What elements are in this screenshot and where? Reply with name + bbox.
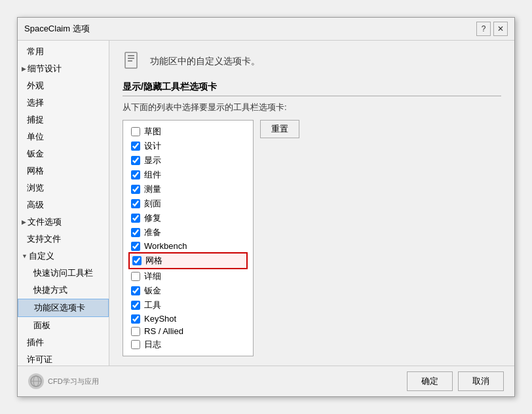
checkbox-rs-allied[interactable] bbox=[131, 327, 140, 336]
page-description: 功能区中的自定义选项卡。 bbox=[150, 56, 260, 67]
section-desc: 从下面的列表中选择要显示的工具栏选项卡: bbox=[123, 102, 501, 113]
checkbox-display[interactable] bbox=[131, 156, 140, 165]
checkbox-item-workbench[interactable]: Workbench bbox=[128, 240, 248, 252]
checkbox-item-design[interactable]: 设计 bbox=[128, 139, 248, 153]
sidebar-item-ribbon-tabs[interactable]: 功能区选项卡 bbox=[18, 299, 109, 317]
checkbox-label-log: 日志 bbox=[144, 339, 161, 350]
dialog-footer: CFD学习与应用 确定 取消 bbox=[18, 366, 514, 396]
sidebar-item-mesh[interactable]: 网格 bbox=[18, 162, 109, 179]
checkbox-list: 草图设计显示组件测量刻面修复准备Workbench网格详细钣金工具KeyShot… bbox=[123, 120, 254, 356]
checkbox-sketch[interactable] bbox=[131, 127, 140, 136]
dialog-window: SpaceClaim 选项 ? ✕ 常用 ▶ 细节设计 外观 选择 捕捉 bbox=[17, 17, 515, 397]
help-button[interactable]: ? bbox=[476, 22, 491, 36]
chevron-icon: ▶ bbox=[22, 66, 26, 72]
sidebar-item-license[interactable]: 许可证 bbox=[18, 351, 109, 366]
checkbox-workbench[interactable] bbox=[131, 242, 140, 251]
checkbox-item-display[interactable]: 显示 bbox=[128, 153, 248, 168]
title-bar: SpaceClaim 选项 ? ✕ bbox=[18, 18, 514, 41]
svg-rect-1 bbox=[128, 55, 134, 56]
checkbox-keyshot[interactable] bbox=[131, 314, 140, 324]
checkbox-item-repair[interactable]: 修复 bbox=[128, 211, 248, 225]
checkbox-item-sketch[interactable]: 草图 bbox=[128, 124, 248, 139]
chevron-icon: ▶ bbox=[22, 219, 26, 225]
sidebar-item-capture[interactable]: 捕捉 bbox=[18, 111, 109, 128]
checkbox-item-log[interactable]: 日志 bbox=[128, 337, 248, 352]
svg-rect-2 bbox=[128, 58, 134, 59]
checkbox-item-mesh2[interactable]: 网格 bbox=[128, 252, 248, 269]
sidebar-item-fine-design[interactable]: ▶ 细节设计 bbox=[18, 60, 109, 77]
close-button[interactable]: ✕ bbox=[493, 22, 508, 36]
checkbox-label-prepare: 准备 bbox=[144, 227, 161, 238]
sidebar-item-sheetmetal[interactable]: 钣金 bbox=[18, 145, 109, 162]
logo-text: CFD学习与应用 bbox=[48, 377, 99, 386]
logo-icon bbox=[28, 373, 44, 389]
checkbox-design[interactable] bbox=[131, 141, 140, 151]
checkbox-item-measure[interactable]: 测量 bbox=[128, 182, 248, 197]
checkbox-item-section[interactable]: 刻面 bbox=[128, 197, 248, 211]
sidebar-item-appearance[interactable]: 外观 bbox=[18, 77, 109, 94]
sidebar-item-plugins[interactable]: 插件 bbox=[18, 334, 109, 351]
checkbox-item-prepare[interactable]: 准备 bbox=[128, 225, 248, 240]
svg-rect-3 bbox=[128, 60, 132, 62]
checkbox-label-measure: 测量 bbox=[144, 183, 161, 195]
sidebar-item-units[interactable]: 单位 bbox=[18, 128, 109, 145]
checkbox-item-rs-allied[interactable]: RS / Allied bbox=[128, 325, 248, 337]
sidebar-item-panels[interactable]: 面板 bbox=[18, 317, 109, 334]
section-title: 显示/隐藏工具栏选项卡 bbox=[123, 81, 501, 96]
dialog-body: 常用 ▶ 细节设计 外观 选择 捕捉 单位 钣金 网格 bbox=[18, 41, 514, 366]
dialog-title: SpaceClaim 选项 bbox=[24, 23, 90, 35]
checkbox-assembly[interactable] bbox=[131, 170, 140, 179]
title-bar-buttons: ? ✕ bbox=[476, 22, 508, 36]
checkbox-label-design: 设计 bbox=[144, 140, 161, 152]
sidebar-item-support-file[interactable]: 支持文件 bbox=[18, 231, 109, 248]
checkbox-item-sheetmetal2[interactable]: 钣金 bbox=[128, 284, 248, 298]
checkbox-section[interactable] bbox=[131, 199, 140, 208]
reset-button[interactable]: 重置 bbox=[260, 120, 299, 138]
sidebar-item-customize[interactable]: ▼ 自定义 bbox=[18, 248, 109, 265]
checkbox-item-assembly[interactable]: 组件 bbox=[128, 168, 248, 182]
checkbox-label-sketch: 草图 bbox=[144, 126, 161, 138]
sidebar-item-select[interactable]: 选择 bbox=[18, 94, 109, 111]
sidebar-item-general[interactable]: 常用 bbox=[18, 43, 109, 60]
checkbox-mesh2[interactable] bbox=[132, 256, 142, 265]
checkbox-sheetmetal2[interactable] bbox=[131, 286, 140, 295]
checkbox-label-display: 显示 bbox=[144, 155, 161, 166]
chevron-down-icon: ▼ bbox=[22, 253, 28, 259]
checkbox-label-detail: 详细 bbox=[144, 271, 161, 282]
checkbox-repair[interactable] bbox=[131, 214, 140, 223]
checkbox-label-sheetmetal2: 钣金 bbox=[144, 285, 161, 297]
footer-logo: CFD学习与应用 bbox=[28, 373, 99, 389]
checkbox-log[interactable] bbox=[131, 340, 140, 349]
checkbox-item-keyshot[interactable]: KeyShot bbox=[128, 312, 248, 325]
checkbox-label-keyshot: KeyShot bbox=[144, 314, 176, 324]
checkbox-detail[interactable] bbox=[131, 272, 140, 281]
checkbox-list-container: 草图设计显示组件测量刻面修复准备Workbench网格详细钣金工具KeyShot… bbox=[123, 120, 501, 356]
checkbox-tools[interactable] bbox=[131, 301, 140, 310]
checkbox-label-assembly: 组件 bbox=[144, 169, 161, 181]
content-area: 功能区中的自定义选项卡。 显示/隐藏工具栏选项卡 从下面的列表中选择要显示的工具… bbox=[109, 41, 514, 366]
side-buttons: 重置 bbox=[260, 120, 299, 138]
sidebar: 常用 ▶ 细节设计 外观 选择 捕捉 单位 钣金 网格 bbox=[18, 41, 109, 366]
page-icon bbox=[123, 51, 143, 72]
sidebar-item-advanced[interactable]: 高级 bbox=[18, 197, 109, 214]
checkbox-label-rs-allied: RS / Allied bbox=[144, 326, 183, 336]
checkbox-item-tools[interactable]: 工具 bbox=[128, 298, 248, 312]
checkbox-label-repair: 修复 bbox=[144, 212, 161, 224]
cancel-button[interactable]: 取消 bbox=[458, 371, 504, 391]
checkbox-label-tools: 工具 bbox=[144, 299, 161, 311]
content-header: 功能区中的自定义选项卡。 bbox=[123, 51, 501, 72]
checkbox-measure[interactable] bbox=[131, 185, 140, 194]
checkbox-label-mesh2: 网格 bbox=[145, 255, 162, 267]
ok-button[interactable]: 确定 bbox=[407, 371, 453, 391]
checkbox-prepare[interactable] bbox=[131, 228, 140, 237]
sidebar-item-browser[interactable]: 浏览 bbox=[18, 179, 109, 197]
checkbox-label-workbench: Workbench bbox=[144, 241, 187, 251]
sidebar-item-quick-access[interactable]: 快速访问工具栏 bbox=[18, 265, 109, 282]
checkbox-label-section: 刻面 bbox=[144, 198, 161, 210]
sidebar-item-shortcuts[interactable]: 快捷方式 bbox=[18, 282, 109, 299]
sidebar-item-file-options[interactable]: ▶ 文件选项 bbox=[18, 214, 109, 231]
checkbox-item-detail[interactable]: 详细 bbox=[128, 269, 248, 284]
